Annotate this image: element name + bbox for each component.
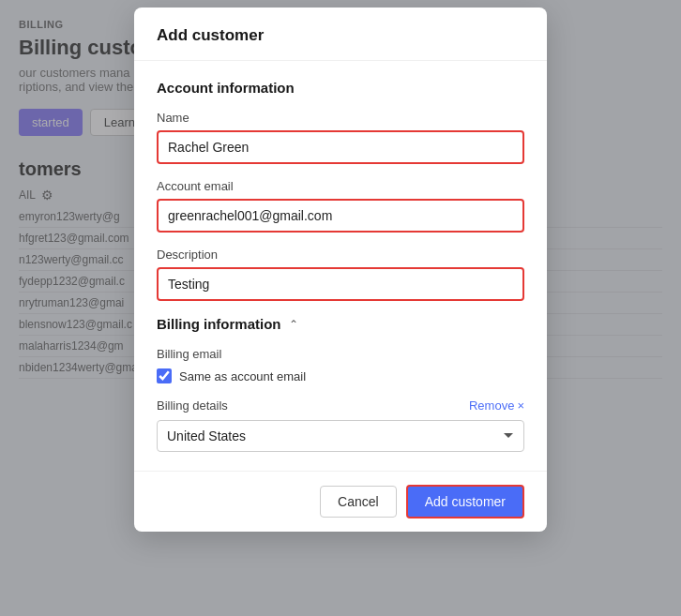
name-label: Name (157, 111, 524, 125)
add-customer-modal: Add customer Account information Name Ac… (134, 8, 547, 532)
add-customer-button[interactable]: Add customer (406, 485, 524, 518)
description-label: Description (157, 248, 524, 262)
billing-email-label: Billing email (157, 347, 524, 361)
email-field-group: Account email (157, 179, 524, 233)
modal-title: Add customer (157, 26, 524, 45)
cancel-button[interactable]: Cancel (320, 486, 397, 518)
billing-details-label: Billing details (157, 398, 228, 413)
country-select[interactable]: United States United Kingdom Canada Aust… (157, 420, 524, 452)
account-info-section-title: Account information (157, 80, 524, 96)
modal-footer: Cancel Add customer (134, 471, 547, 532)
name-input[interactable] (157, 130, 524, 164)
remove-link[interactable]: Remove × (469, 398, 524, 413)
remove-link-text: Remove (469, 398, 514, 413)
modal-body: Account information Name Account email D… (134, 61, 547, 471)
description-input[interactable] (157, 267, 524, 301)
same-as-account-row: Same as account email (157, 368, 524, 383)
billing-email-field-group: Billing email Same as account email (157, 347, 524, 383)
remove-icon: × (517, 398, 524, 413)
name-field-group: Name (157, 111, 524, 164)
modal-header: Add customer (134, 8, 547, 61)
billing-info-section-header: Billing information ⌃ (157, 316, 524, 332)
same-as-account-label: Same as account email (179, 369, 306, 383)
country-select-wrapper: United States United Kingdom Canada Aust… (157, 420, 524, 452)
account-email-label: Account email (157, 179, 524, 193)
description-field-group: Description (157, 248, 524, 301)
billing-info-section-title: Billing information (157, 316, 281, 332)
same-as-account-checkbox[interactable] (157, 368, 172, 383)
billing-details-row: Billing details Remove × (157, 398, 524, 413)
account-email-input[interactable] (157, 199, 524, 233)
chevron-up-icon: ⌃ (289, 318, 298, 331)
